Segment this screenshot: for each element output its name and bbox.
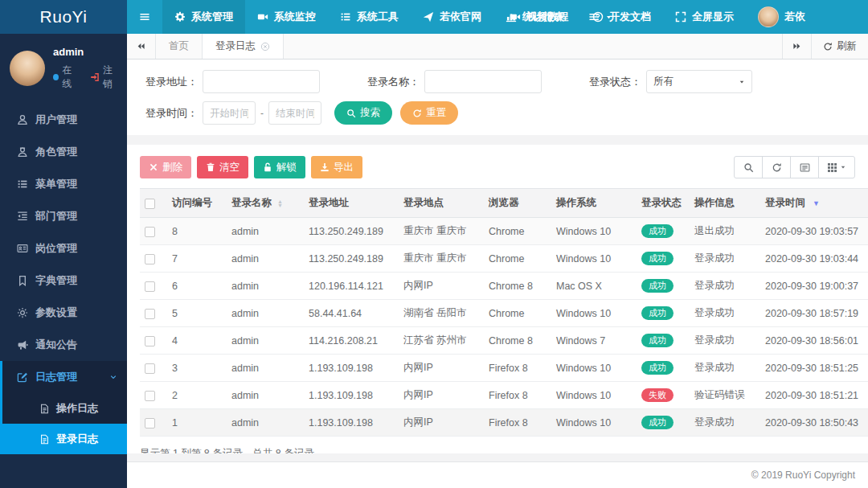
sidebar-item-roles[interactable]: 角色管理 (2, 136, 127, 168)
angles-left-icon (137, 42, 145, 51)
login-status-selected-value: 所有 (653, 75, 674, 88)
topnav-item-fullscreen[interactable]: 全屏显示 (663, 0, 746, 34)
logout-link[interactable]: 注销 (90, 64, 119, 91)
topnav-item-video-tutorial[interactable]: 视频教程 (497, 0, 580, 34)
clear-button[interactable]: 清空 (197, 156, 248, 178)
row-checkbox[interactable] (145, 254, 155, 265)
login-status-select[interactable]: 所有 (646, 70, 752, 93)
reset-button[interactable]: 重置 (400, 101, 458, 125)
topnav-item-dev-docs[interactable]: 开发文档 (580, 0, 663, 34)
search-button-label: 搜索 (360, 106, 380, 120)
sidebar-item-loginlog[interactable]: 登录日志 (0, 424, 127, 454)
select-all-checkbox[interactable] (145, 199, 155, 209)
sidebar-group-params: 参数设置 (0, 297, 127, 329)
sidebar-item-menus[interactable]: 菜单管理 (2, 168, 127, 200)
row-checkbox[interactable] (145, 336, 155, 347)
topnav-item-system-manage[interactable]: 系统管理 (162, 0, 245, 34)
row-checkbox[interactable] (145, 418, 155, 429)
toggle-search-button[interactable] (734, 156, 763, 178)
detail-icon (800, 162, 810, 173)
cell-browser: Chrome (484, 300, 551, 327)
x-icon (149, 162, 158, 172)
cell-location: 内网IP (399, 382, 484, 409)
row-checkbox[interactable] (145, 227, 155, 237)
cell-time: 2020-09-30 19:03:44 (760, 245, 868, 273)
columns-dropdown-button[interactable] (818, 156, 855, 178)
column-header-label: 浏览器 (489, 197, 519, 208)
topnav-item-label: 若依官网 (440, 10, 481, 24)
column-header-name[interactable]: 登录名称▲▼ (227, 189, 304, 218)
cell-message: 登录成功 (690, 245, 760, 273)
sidebar-item-label: 岗位管理 (35, 241, 77, 256)
sun-icon (17, 307, 28, 318)
row-checkbox[interactable] (145, 363, 155, 374)
login-time-end-input[interactable] (268, 101, 321, 125)
unlock-button[interactable]: 解锁 (254, 156, 305, 178)
login-address-input[interactable] (203, 70, 320, 93)
sidebar-item-posts[interactable]: 岗位管理 (2, 232, 127, 265)
topnav-item-ruoyi-site[interactable]: 若依官网 (411, 0, 493, 34)
send-icon (423, 11, 434, 23)
topnav-item-sidebar-toggle[interactable] (127, 0, 162, 34)
topnav-item-label: 若依 (784, 10, 805, 24)
tab-home[interactable]: 首页 (156, 34, 202, 59)
search-icon (346, 109, 356, 118)
cell-id: 8 (167, 218, 227, 245)
cell-status: 成功 (637, 245, 690, 273)
cell-browser: Chrome (484, 218, 551, 245)
topnav-item-system-tools[interactable]: 系统工具 (328, 0, 411, 34)
delete-button[interactable]: 删除 (140, 156, 191, 178)
tab-close-icon[interactable] (260, 42, 270, 51)
logout-icon (90, 72, 100, 82)
cell-time: 2020-09-30 18:57:19 (760, 300, 868, 327)
sidebar-item-dict[interactable]: 字典管理 (2, 265, 127, 297)
sidebar-item-notice[interactable]: 通知公告 (2, 329, 127, 361)
toggle-view-button[interactable] (790, 156, 819, 178)
tabs-scroll-left-button[interactable] (127, 34, 156, 59)
cell-message: 登录成功 (690, 409, 760, 437)
cell-address: 114.216.208.21 (304, 327, 399, 355)
user-avatar[interactable] (10, 51, 45, 86)
cell-location: 重庆市 重庆市 (399, 218, 484, 245)
refresh-table-button[interactable] (762, 156, 791, 178)
column-header-message: 操作信息 (690, 189, 760, 218)
row-checkbox[interactable] (145, 391, 155, 401)
login-time-start-input[interactable] (203, 101, 256, 125)
topnav-item-system-monitor[interactable]: 系统监控 (245, 0, 328, 34)
clear-button-label: 清空 (219, 161, 240, 174)
time-range-separator: - (260, 108, 264, 119)
tab-loginlog[interactable]: 登录日志 (202, 34, 284, 59)
column-header-label: 访问编号 (172, 197, 212, 208)
sidebar-item-label: 角色管理 (35, 145, 77, 159)
column-header-checkbox[interactable] (140, 189, 167, 218)
sidebar-item-operlog[interactable]: 操作日志 (2, 393, 127, 424)
bookmark-icon (17, 275, 28, 286)
search-button[interactable]: 搜索 (334, 101, 392, 125)
online-status-label: 在线 (62, 64, 80, 91)
sidebar-item-depts[interactable]: 部门管理 (2, 200, 127, 232)
cell-status: 成功 (637, 300, 690, 327)
sidebar-item-logs[interactable]: 日志管理 (2, 361, 127, 393)
row-checkbox[interactable] (145, 281, 155, 292)
cell-id: 3 (167, 355, 227, 382)
cell-status: 失败 (637, 382, 690, 409)
row-checkbox[interactable] (145, 309, 155, 319)
topnav-item-label: 系统管理 (191, 10, 233, 24)
cell-os: Windows 7 (551, 327, 637, 355)
login-name-input[interactable] (424, 70, 542, 93)
topnav-item-label: 系统工具 (357, 10, 399, 24)
sidebar-user-panel: admin 在线 注销 (0, 34, 127, 99)
sidebar-item-users[interactable]: 用户管理 (2, 104, 127, 136)
sidebar-item-params[interactable]: 参数设置 (2, 297, 127, 329)
brand-logo[interactable]: RuoYi (0, 0, 127, 34)
login-name-label: 登录名称： (363, 75, 420, 89)
column-header-time[interactable]: 登录时间▼ (760, 189, 868, 218)
cell-location: 内网IP (399, 355, 484, 382)
tab-refresh-button[interactable]: 刷新 (811, 34, 868, 59)
topnav-item-profile[interactable]: 若依 (746, 0, 817, 34)
tabs-scroll-right-button[interactable] (782, 34, 811, 59)
cell-address: 120.196.114.121 (304, 273, 399, 300)
cell-os: Windows 10 (551, 409, 637, 437)
export-button[interactable]: 导出 (311, 156, 362, 178)
gear-icon (174, 11, 186, 23)
